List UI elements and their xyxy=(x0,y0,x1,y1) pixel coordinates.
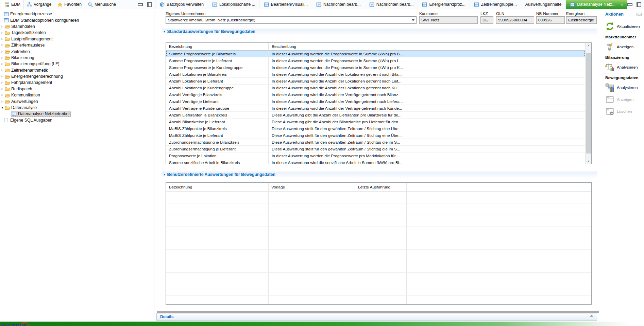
chevron-down-icon[interactable] xyxy=(410,17,416,23)
chevron-down-icon[interactable]: ▾ xyxy=(1,106,4,109)
cell-filler xyxy=(405,51,585,57)
cell-filler xyxy=(405,132,585,139)
chevron-right-icon[interactable]: ▷ xyxy=(1,75,4,78)
sidebar-item-energiemengenberechnung[interactable]: ▷Energiemengenberechnung xyxy=(0,73,154,79)
sidebar-item-bilanzierung[interactable]: ▷Bilanzierung xyxy=(0,55,154,61)
eigenes-unternehmen-select[interactable]: Stadtwerke Ilmenau Strom_Netz (Elektroen… xyxy=(166,16,417,24)
keyboard-icon[interactable] xyxy=(636,12,642,16)
sidebar-item-energiemarktprozesse[interactable]: Energiemarktprozesse xyxy=(0,11,154,17)
sidebar-item-datenanalyse-netzbetreiber[interactable]: Datenanalyse Netzbetreiber xyxy=(0,111,154,117)
scroll-up-icon[interactable]: ▲ xyxy=(586,43,591,48)
table-row[interactable]: Anzahl Lokationen je LieferantIn dieser … xyxy=(166,78,585,85)
sidebar-item-eigene-sql-ausgaben[interactable]: Eigene SQL Ausgaben xyxy=(0,117,154,123)
chevron-right-icon[interactable]: ▷ xyxy=(1,87,4,91)
sidebar-item-edm-standardoptionen-konfigurieren[interactable]: EDM Standardoptionen konfigurieren xyxy=(0,17,154,23)
table-row[interactable]: Prognosewerte je LokationIn dieser Auswe… xyxy=(166,152,585,159)
sidebar-item-auswertungen[interactable]: ▷Auswertungen xyxy=(0,98,154,104)
chevron-right-icon[interactable]: ▷ xyxy=(1,43,4,47)
standard-section-header[interactable]: ▾ Standardauswertungen für Bewegungsdate… xyxy=(162,29,597,35)
tab-batchjobs-verwalten[interactable]: Batchjobs verwalten xyxy=(155,0,208,9)
table-row[interactable]: Zuordnungsermächtigung je BilanzkreisDie… xyxy=(166,139,585,146)
tree-item-label: Eigene SQL Ausgaben xyxy=(10,118,52,123)
action-group-marktteilnehmer: Marktteilnehmer xyxy=(605,35,644,39)
table-row[interactable]: Zuordnungsermächtigung je LieferantDiese… xyxy=(166,146,585,152)
chevron-right-icon[interactable]: ▷ xyxy=(1,69,4,72)
table-row[interactable]: Anzahl Verträge je KundengruppeIn dieser… xyxy=(166,105,585,112)
actions-panel: AktionenAktualisierenMarktteilnehmerAnze… xyxy=(602,9,644,326)
layout-panel-icon[interactable] xyxy=(147,2,152,7)
chevron-right-icon[interactable]: ▷ xyxy=(1,81,4,84)
scrollbar-thumb[interactable] xyxy=(586,53,591,153)
sidebar-item-fahrplanmanagement[interactable]: ▷Fahrplanmanagement xyxy=(0,79,154,86)
sidebar-item-bilanzierungsprüfung-lf[interactable]: ▷Bilanzierungsprüfung (LF) xyxy=(0,61,154,67)
tab-nachrichten-bearb[interactable]: Nachrichten bearb... xyxy=(365,0,418,9)
tab-zeitreihengruppie[interactable]: Zeitreihengruppie... xyxy=(470,0,521,9)
action-marktteilnehmer-anzeigen[interactable]: Anzeigen xyxy=(605,42,644,51)
column-header[interactable]: Bezeichnung xyxy=(166,43,269,50)
restore-icon[interactable] xyxy=(637,2,641,7)
table-row[interactable]: Anzahl Lieferanten je BilanzkreisDiese A… xyxy=(166,112,585,119)
table-row[interactable]: Summe Prognosewerte je KundengruppeIn di… xyxy=(166,64,585,71)
action-aktualisieren[interactable]: Aktualisieren xyxy=(605,22,644,31)
table-row[interactable]: Summe spezifische Arbeit je BilanzkreisI… xyxy=(166,159,585,164)
box-icon xyxy=(605,95,614,104)
tab-datenanalyse-netz[interactable]: Datenanalyse Netz...× xyxy=(566,0,627,9)
sidebar-item-zählerfernauslese[interactable]: ▷Zählerfernauslese xyxy=(0,42,154,48)
table-row[interactable]: Anzahl Verträge je BilanzkreisIn dieser … xyxy=(166,91,585,98)
sidebar-tab-favoriten[interactable]: Favoriten xyxy=(54,0,85,9)
sidebar-item-zeitreihenarithmetik[interactable]: ▷Zeitreihenarithmetik xyxy=(0,67,154,73)
tab-lokationsscharfe[interactable]: Lokationsscharfe ... xyxy=(208,0,260,9)
vertical-scrollbar[interactable]: ▲ ▼ xyxy=(585,43,591,164)
table-row[interactable]: Summe Prognosewerte je BilanzkreisIn die… xyxy=(166,51,585,57)
action-label: Anzeigen xyxy=(617,97,633,102)
sidebar-item-lastprofilmanagement[interactable]: ▷Lastprofilmanagement xyxy=(0,36,154,42)
tab-bearbeiten-visuali[interactable]: Bearbeiten/Visuali... xyxy=(260,0,312,9)
cell-bezeichnung: Anzahl Lokationen je Lieferant xyxy=(166,78,269,84)
tab-auswertungsinhalte[interactable]: Auswertungsinhalte xyxy=(521,0,566,9)
chevron-right-icon[interactable]: ▷ xyxy=(1,100,4,103)
sidebar-item-tageskoeffizienten[interactable]: ▷Tageskoeffizienten xyxy=(0,30,154,36)
action-bewegungsdaten-analysieren[interactable]: Analysieren xyxy=(605,83,644,92)
cell-bezeichnung: Anzahl Lieferanten je Bilanzkreis xyxy=(166,112,269,118)
cell-beschreibung: In dieser Auswertung werden die Prognose… xyxy=(269,152,405,159)
sidebar-item-zeitreihen[interactable]: ▷Zeitreihen xyxy=(0,48,154,54)
table-row[interactable]: Anzahl Verträge je LieferantIn dieser Au… xyxy=(166,98,585,105)
column-header[interactable]: Bezeichnung xyxy=(166,183,268,192)
chevron-right-icon[interactable]: ▷ xyxy=(1,37,4,41)
sidebar-item-stammdaten[interactable]: ▷Stammdaten xyxy=(0,23,154,30)
horizontal-splitter[interactable] xyxy=(157,311,599,313)
minimize-icon[interactable] xyxy=(627,3,632,6)
table-row[interactable]: Summe Prognosewerte je LieferantIn diese… xyxy=(166,57,585,64)
custom-section-header[interactable]: ▾ Benutzerdefinierte Auswertungen für Be… xyxy=(162,171,597,178)
close-icon[interactable]: × xyxy=(621,2,623,7)
scroll-down-icon[interactable]: ▼ xyxy=(586,159,591,164)
table-row[interactable]: Anzahl Lokationen je BilanzkreisIn diese… xyxy=(166,71,585,78)
tab-nachrichten-bearb[interactable]: Nachrichten bearb... xyxy=(312,0,365,9)
chevron-right-icon[interactable]: ▷ xyxy=(1,31,4,34)
table-row[interactable]: MaBiS-Zählpunkte je BilanzkreisDiese Aus… xyxy=(166,125,585,132)
column-header[interactable]: Beschreibung xyxy=(269,43,405,50)
details-bar[interactable]: Details ▲▔ xyxy=(156,313,597,321)
sidebar-tab-menüsuche[interactable]: Menüsuche xyxy=(85,0,119,9)
sidebar-item-kommunikation[interactable]: ▷Kommunikation xyxy=(0,92,154,98)
collapse-panel-icon[interactable] xyxy=(138,3,143,6)
action-bilanzierung-analysieren[interactable]: Analysieren xyxy=(605,62,644,72)
tab-energiemarktproz[interactable]: Energiemarktproz... xyxy=(418,0,470,9)
sidebar-tab-vorgänge[interactable]: Vorgänge xyxy=(24,0,54,9)
column-header[interactable]: Letzte Ausführung xyxy=(355,183,406,192)
table-row[interactable]: MaBiS-Zählpunkte je LieferantDiese Auswe… xyxy=(166,132,585,139)
chevron-right-icon[interactable]: ▷ xyxy=(1,56,4,59)
sidebar-tab-edm[interactable]: EDM xyxy=(1,0,24,9)
chevron-right-icon[interactable]: ▷ xyxy=(1,25,4,28)
tree-item-body: Auswertungen xyxy=(4,98,39,104)
table-row[interactable]: Anzahl Lokationen je KundengruppeIn dies… xyxy=(166,85,585,91)
chevron-right-icon[interactable]: ▷ xyxy=(1,50,4,53)
table-row[interactable]: Anzahl Bilanzkreise je LieferantDiese Au… xyxy=(166,119,585,125)
collapse-details-icon[interactable]: ▲▔ xyxy=(590,314,593,320)
column-header[interactable]: Vorlage xyxy=(268,183,355,192)
folder-icon xyxy=(4,92,10,98)
sidebar-item-redispatch[interactable]: ▷Redispatch xyxy=(0,86,154,92)
sidebar-item-datenanalyse[interactable]: ▾Datenanalyse xyxy=(0,105,154,111)
chevron-right-icon[interactable]: ▷ xyxy=(1,62,4,66)
chevron-right-icon[interactable]: ▷ xyxy=(1,93,4,97)
